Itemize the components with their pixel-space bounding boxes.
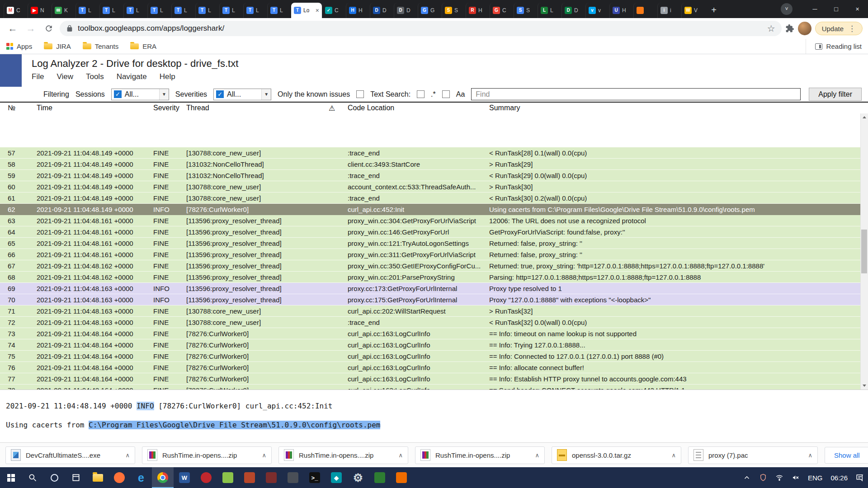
log-row[interactable]: 582021-09-21 11:04:48.149 +0000FINE[1310… — [0, 159, 868, 170]
extensions-puzzle-icon[interactable] — [785, 24, 794, 33]
bookmark-star-icon[interactable]: ☆ — [767, 23, 775, 34]
menu-view[interactable]: View — [57, 72, 73, 81]
download-item[interactable]: proxy (7).pac∧ — [688, 446, 818, 464]
severities-checkbox[interactable] — [216, 90, 224, 98]
browser-tab[interactable]: GG — [418, 3, 442, 18]
chevron-down-icon[interactable]: ▼ — [159, 89, 169, 100]
log-row[interactable]: 632021-09-21 11:04:48.161 +0000FINE[1135… — [0, 215, 868, 226]
download-item[interactable]: RushTime.in-opens....zip∧ — [142, 446, 272, 464]
download-item[interactable]: openssl-3.0.0.tar.gz∧ — [552, 446, 681, 464]
taskbar-app-app-teal-diamond[interactable]: ◆ — [326, 467, 347, 488]
browser-tab[interactable]: TL — [195, 3, 219, 18]
log-row[interactable]: 642021-09-21 11:04:48.161 +0000FINE[1135… — [0, 226, 868, 238]
tray-chevron-up-icon[interactable] — [739, 467, 755, 488]
browser-tab[interactable]: TL — [171, 3, 195, 18]
log-row[interactable]: 692021-09-21 11:04:48.163 +0000INFO[1135… — [0, 283, 868, 294]
taskbar-app-chrome[interactable] — [152, 467, 174, 488]
taskbar-app-settings[interactable]: ⚙ — [347, 467, 369, 488]
browser-tab[interactable]: DD — [394, 3, 418, 18]
browser-tab[interactable]: ▶N — [28, 3, 52, 18]
browser-tab[interactable]: SS — [514, 3, 538, 18]
column-header-0[interactable]: № — [0, 104, 37, 112]
security-shield-icon[interactable] — [755, 467, 771, 488]
action-center-icon[interactable] — [852, 467, 868, 488]
apps-shortcut[interactable]: Apps — [6, 42, 32, 50]
taskbar-app-app-red[interactable] — [239, 467, 260, 488]
download-caret-icon[interactable]: ∧ — [808, 452, 812, 459]
log-row[interactable]: 772021-09-21 11:04:48.164 +0000FINE[7827… — [0, 373, 868, 385]
browser-tab[interactable]: ✉K — [52, 3, 75, 18]
find-input[interactable] — [471, 88, 801, 100]
volume-mute-icon[interactable] — [788, 467, 804, 488]
taskbar-app-app-gray[interactable] — [282, 467, 304, 488]
tab-close-icon[interactable]: × — [316, 7, 319, 14]
update-button[interactable]: Update ⋮ — [815, 22, 863, 35]
log-row[interactable]: 572021-09-21 11:04:48.149 +0000FINE[1307… — [0, 147, 868, 159]
log-row[interactable]: 742021-09-21 11:04:48.164 +0000FINE[7827… — [0, 339, 868, 351]
browser-tab[interactable]: LL — [538, 3, 561, 18]
maximize-button[interactable]: □ — [826, 0, 847, 18]
menu-navigate[interactable]: Navigate — [117, 72, 147, 81]
taskbar-app-firefox[interactable] — [108, 467, 130, 488]
browser-tab[interactable]: TL — [75, 3, 99, 18]
browser-tab[interactable] — [633, 3, 657, 18]
taskbar-app-app-green[interactable] — [369, 467, 391, 488]
vertical-scrollbar[interactable] — [860, 113, 868, 389]
download-caret-icon[interactable]: ∧ — [398, 452, 403, 459]
download-item[interactable]: DevCraftUltimateS....exe∧ — [5, 446, 135, 464]
taskbar-app-app-maroon[interactable] — [260, 467, 282, 488]
forward-icon[interactable]: → — [24, 21, 38, 36]
scroll-up-arrow-icon[interactable] — [861, 113, 868, 121]
log-row[interactable]: 592021-09-21 11:04:48.149 +0000FINE[1310… — [0, 170, 868, 181]
taskbar-app-cmd[interactable]: >_ — [304, 467, 326, 488]
browser-tab[interactable]: vv — [585, 3, 609, 18]
clock[interactable]: 06:26 — [826, 467, 852, 488]
taskbar-app-app-orange[interactable] — [391, 467, 412, 488]
scrollbar-thumb[interactable] — [861, 230, 867, 274]
reading-list-button[interactable]: Reading list — [806, 39, 862, 54]
column-header-2[interactable]: Severity — [153, 104, 186, 112]
log-row[interactable]: 732021-09-21 11:04:48.164 +0000FINE[7827… — [0, 328, 868, 339]
log-row[interactable]: 672021-09-21 11:04:48.162 +0000FINE[1135… — [0, 260, 868, 272]
log-row[interactable]: 662021-09-21 11:04:48.161 +0000FINE[1135… — [0, 249, 868, 260]
log-row[interactable]: 712021-09-21 11:04:48.163 +0000FINE[1307… — [0, 305, 868, 317]
browser-tab[interactable]: UH — [609, 3, 633, 18]
log-row[interactable]: 612021-09-21 11:04:48.149 +0000FINE[1307… — [0, 192, 868, 204]
browser-menu-kebab-icon[interactable]: ⋮ — [848, 24, 856, 33]
browser-tab[interactable]: HH — [346, 3, 370, 18]
browser-tab[interactable]: TL — [267, 3, 291, 18]
browser-tab[interactable]: RH — [466, 3, 490, 18]
log-row[interactable]: 702021-09-21 11:04:48.163 +0000INFO[1135… — [0, 294, 868, 305]
taskbar-search-icon[interactable] — [22, 467, 43, 488]
column-header-6[interactable]: Summary — [489, 104, 868, 112]
back-icon[interactable]: ← — [5, 21, 20, 36]
taskbar-app-word[interactable]: W — [174, 467, 195, 488]
download-caret-icon[interactable]: ∧ — [535, 452, 539, 459]
browser-tab[interactable]: MC — [4, 3, 28, 18]
log-row[interactable]: 762021-09-21 11:04:48.164 +0000FINE[7827… — [0, 362, 868, 373]
browser-tab[interactable]: TL — [219, 3, 243, 18]
download-caret-icon[interactable]: ∧ — [125, 452, 130, 459]
new-tab-button[interactable]: + — [707, 3, 721, 17]
severities-dropdown[interactable]: All... ▼ — [213, 89, 271, 100]
tab-search-icon[interactable]: ˅ — [781, 3, 793, 15]
browser-tab[interactable]: TL — [147, 3, 171, 18]
browser-tab[interactable]: DD — [561, 3, 585, 18]
browser-tab[interactable]: TL — [123, 3, 147, 18]
menu-tools[interactable]: Tools — [86, 72, 104, 81]
browser-tab[interactable]: ✓C — [322, 3, 346, 18]
task-view-icon[interactable] — [65, 467, 87, 488]
sessions-dropdown[interactable]: All... ▼ — [111, 89, 169, 100]
column-header-5[interactable]: Code Location — [348, 104, 489, 112]
menu-help[interactable]: Help — [160, 72, 175, 81]
taskbar-app-opera[interactable] — [195, 467, 217, 488]
profile-avatar[interactable] — [798, 22, 811, 35]
log-row[interactable]: 752021-09-21 11:04:48.164 +0000FINE[7827… — [0, 351, 868, 362]
log-row[interactable]: 652021-09-21 11:04:48.161 +0000FINE[1135… — [0, 238, 868, 249]
browser-tab[interactable]: DD — [370, 3, 394, 18]
bookmark-folder[interactable]: JIRA — [44, 42, 71, 50]
download-item[interactable]: RushTime.in-opens....zip∧ — [278, 446, 408, 464]
bookmark-folder[interactable]: ERA — [130, 42, 156, 50]
taskbar-app-edge[interactable]: e — [130, 467, 152, 488]
cortana-icon[interactable] — [43, 467, 65, 488]
